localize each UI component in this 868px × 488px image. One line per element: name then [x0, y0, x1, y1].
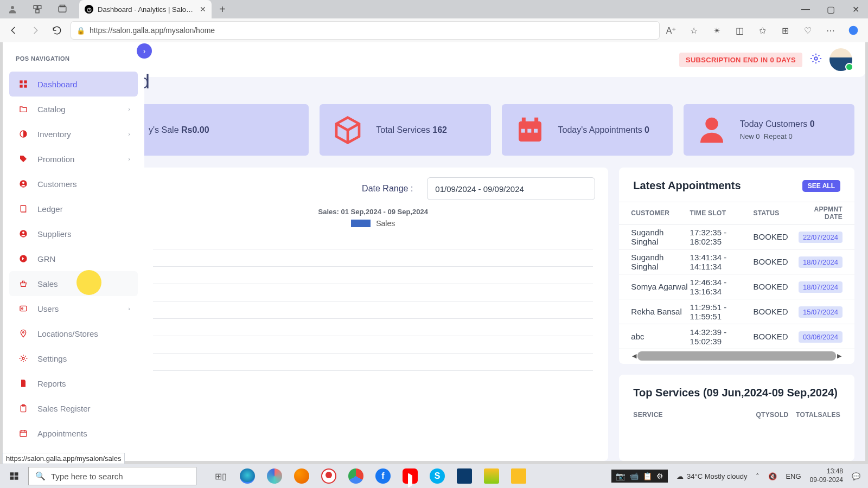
new-tab-button[interactable]: +: [212, 3, 233, 16]
record-icon[interactable]: [321, 468, 336, 484]
sidebar-item-ledger[interactable]: Ledger: [9, 196, 138, 221]
card-label: Today's Appointments: [558, 125, 642, 134]
sidebar-item-promotion[interactable]: Promotion ›: [9, 146, 138, 171]
clock[interactable]: 13:48 09-09-2024: [810, 467, 843, 484]
sales-chart-panel: Date Range : 01/09/2024 - 09/09/2024 Sal…: [144, 168, 608, 461]
collections-icon[interactable]: ⊞: [779, 24, 791, 36]
store-icon[interactable]: [457, 468, 472, 484]
sidebar-item-settings[interactable]: Settings: [9, 346, 138, 371]
person-icon: [694, 113, 729, 147]
favorites-icon[interactable]: ✩: [756, 24, 768, 36]
settings-icon[interactable]: [810, 53, 822, 67]
back-button[interactable]: [5, 22, 22, 38]
sidebar-item-grn[interactable]: GRN: [9, 246, 138, 271]
firefox-icon[interactable]: [294, 468, 309, 484]
card-label: Total Services: [376, 125, 430, 134]
contrast-icon: [17, 130, 30, 138]
app-icon[interactable]: [484, 468, 499, 484]
sidebar-item-sales-register[interactable]: Sales Register: [9, 396, 138, 421]
box-icon: [330, 113, 365, 147]
chevron-right-icon: ›: [128, 305, 130, 312]
browser-tab-active[interactable]: ◷ Dashboard - Analytics | Salon & S ✕: [79, 0, 212, 18]
basket-icon: [17, 279, 30, 288]
sidebar-item-dashboard[interactable]: Dashboard: [9, 72, 138, 97]
sidebar-item-inventory[interactable]: Inventory ›: [9, 121, 138, 146]
copilot-icon[interactable]: [267, 468, 282, 484]
volume-muted-icon[interactable]: 🔇: [768, 472, 777, 480]
sidebar-item-appointments[interactable]: Appointments: [9, 421, 138, 446]
tab-close-icon[interactable]: ✕: [200, 5, 206, 14]
system-tray-group[interactable]: 📷📹📋⚙: [611, 470, 668, 483]
sidebar-toggle-button[interactable]: ›: [137, 43, 152, 59]
task-view-icon[interactable]: ⊞▯: [215, 471, 227, 481]
svg-rect-9: [20, 85, 22, 87]
tab-title: Dashboard - Analytics | Salon & S: [98, 5, 195, 14]
folder-icon: [17, 105, 30, 113]
horizontal-scrollbar[interactable]: ◀ ▶: [628, 351, 846, 361]
start-button[interactable]: [0, 471, 28, 481]
profile-icon[interactable]: [0, 4, 25, 14]
workspaces-icon[interactable]: [25, 4, 50, 14]
skype-icon[interactable]: S: [430, 468, 445, 484]
scroll-left-icon[interactable]: ◀: [631, 352, 637, 359]
tabactions-icon[interactable]: [50, 4, 75, 14]
doc-icon: [17, 379, 30, 388]
sidebar-item-users[interactable]: Users ›: [9, 296, 138, 321]
more-icon[interactable]: ⋯: [825, 24, 837, 36]
see-all-button[interactable]: SEE ALL: [802, 180, 840, 192]
card-label: Today Customers: [740, 119, 808, 129]
explorer-icon[interactable]: [511, 468, 526, 484]
svg-point-29: [705, 117, 718, 130]
shopping-icon[interactable]: ♡: [802, 24, 814, 36]
sidebar-item-suppliers[interactable]: Suppliers: [9, 221, 138, 246]
status-bar-link: https://salon.galla.app/mysalon/sales: [2, 453, 125, 464]
facebook-icon[interactable]: f: [375, 468, 391, 484]
card-todays-sale: y's Sale Rs0.00: [144, 104, 309, 156]
table-row[interactable]: Somya Agarwal 12:46:34 - 13:16:34 BOOKED…: [619, 274, 854, 299]
sidebar-item-sales[interactable]: Sales: [9, 271, 138, 296]
sidebar-item-reports[interactable]: Reports: [9, 371, 138, 396]
url-input[interactable]: 🔒 https://salon.galla.app/mysalon/home: [71, 21, 660, 40]
notifications-icon[interactable]: 💬: [852, 472, 860, 480]
table-row[interactable]: Sugandh Singhal 17:32:35 - 18:02:35 BOOK…: [619, 224, 854, 249]
minimize-button[interactable]: —: [793, 0, 818, 18]
favorite-icon[interactable]: ☆: [688, 24, 700, 36]
sidebar-item-locations[interactable]: Locations/Stores: [9, 321, 138, 346]
readaloud-icon[interactable]: A⁺: [665, 24, 677, 36]
chrome-icon[interactable]: [348, 468, 363, 484]
col-qtysold: QTYSOLD: [737, 411, 788, 419]
tray-chevron-icon[interactable]: ˄: [756, 472, 760, 480]
youtube-icon[interactable]: [403, 468, 418, 484]
sidebar-item-customers[interactable]: Customers: [9, 171, 138, 196]
card-value: 0: [644, 125, 649, 134]
avatar[interactable]: [829, 48, 852, 71]
extensions-icon[interactable]: ✴: [711, 24, 723, 36]
grid-icon: [17, 80, 30, 88]
subscription-badge: SUBSCRIPTION END IN 0 DAYS: [679, 53, 802, 67]
copilot-icon[interactable]: [847, 24, 859, 36]
top-services-panel: Top Services (09 Jun,2024-09 Sep,2024) S…: [619, 375, 854, 461]
close-window-button[interactable]: ✕: [843, 0, 868, 18]
scrollbar-thumb[interactable]: [637, 351, 836, 361]
svg-point-15: [22, 232, 24, 234]
maximize-button[interactable]: ▢: [818, 0, 843, 18]
table-row[interactable]: Sugandh Singhal 13:41:34 - 14:11:34 BOOK…: [619, 249, 854, 274]
refresh-button[interactable]: [49, 22, 65, 38]
scroll-right-icon[interactable]: ▶: [836, 352, 843, 359]
taskbar-search[interactable]: 🔍 Type here to search: [28, 467, 196, 485]
language-indicator[interactable]: ENG: [786, 472, 801, 480]
card-value: 162: [432, 125, 447, 134]
user-icon: [17, 179, 30, 188]
calendar-icon: [17, 429, 30, 438]
sidebar-item-catalog[interactable]: Catalog ›: [9, 97, 138, 121]
date-range-input[interactable]: 01/09/2024 - 09/09/2024: [427, 177, 595, 200]
edge-icon[interactable]: [240, 468, 255, 484]
nav-label: Dashboard: [37, 80, 77, 89]
gear-icon: ⚙: [656, 472, 663, 480]
weather-widget[interactable]: ☁ 34°C Mostly cloudy: [676, 472, 747, 480]
table-row[interactable]: Rekha Bansal 11:29:51 - 11:59:51 BOOKED …: [619, 299, 854, 324]
splitscreen-icon[interactable]: ◫: [733, 24, 745, 36]
pin-icon: [17, 329, 30, 338]
cursor-highlight: [76, 270, 101, 295]
table-row[interactable]: abc 14:32:39 - 15:02:39 BOOKED 03/06/202…: [619, 324, 854, 349]
